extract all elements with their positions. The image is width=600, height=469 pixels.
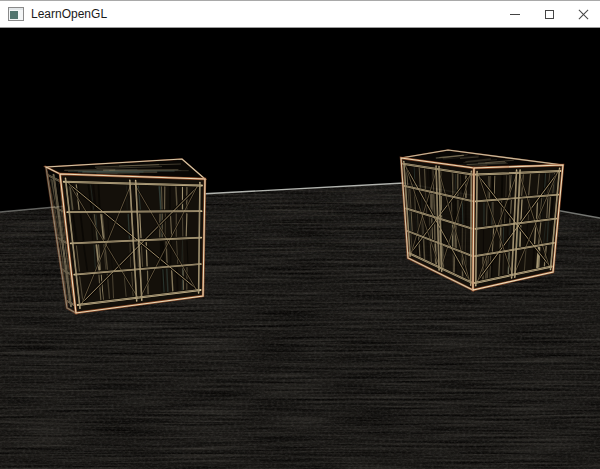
maximize-icon bbox=[545, 10, 554, 19]
app-icon bbox=[8, 7, 24, 21]
minimize-button[interactable] bbox=[498, 1, 532, 27]
maximize-button[interactable] bbox=[532, 1, 566, 27]
window-title: LearnOpenGL bbox=[31, 1, 107, 28]
app-window: LearnOpenGL bbox=[0, 0, 600, 469]
window-controls bbox=[498, 1, 600, 27]
app-icon-pane bbox=[10, 11, 18, 19]
close-button[interactable] bbox=[566, 1, 600, 27]
close-icon bbox=[578, 9, 589, 20]
viewport[interactable] bbox=[0, 28, 600, 469]
titlebar: LearnOpenGL bbox=[0, 1, 600, 28]
minimize-icon bbox=[510, 14, 520, 15]
app-icon-top bbox=[9, 8, 23, 10]
crate-left bbox=[46, 159, 205, 313]
opengl-scene[interactable] bbox=[0, 28, 600, 469]
